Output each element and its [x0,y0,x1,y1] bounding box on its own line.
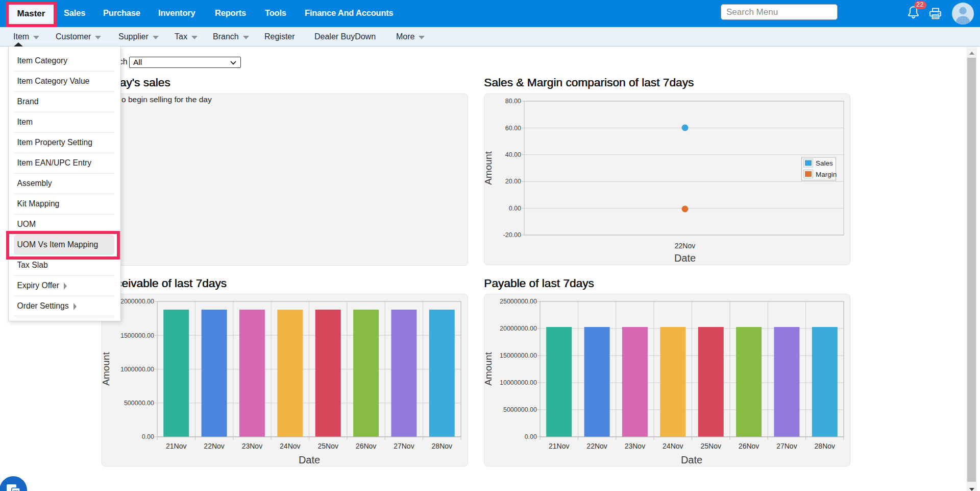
svg-text:26Nov: 26Nov [356,442,376,450]
svg-text:40.00: 40.00 [505,151,521,158]
svg-text:28Nov: 28Nov [815,442,835,450]
svg-text:0.00: 0.00 [525,433,537,440]
svg-text:25000000.00: 25000000.00 [500,298,537,305]
svg-text:Amount: Amount [484,352,494,386]
svg-text:Sales: Sales [816,159,833,167]
svg-text:20.00: 20.00 [505,178,521,185]
svg-text:-20.00: -20.00 [503,231,521,239]
svg-text:22Nov: 22Nov [675,242,695,250]
svg-text:20000000.00: 20000000.00 [500,325,537,332]
svg-text:26Nov: 26Nov [739,442,759,450]
svg-text:Amount: Amount [102,352,111,386]
svg-text:0.00: 0.00 [142,433,154,440]
svg-text:22Nov: 22Nov [204,442,224,450]
svg-text:27Nov: 27Nov [776,442,797,450]
svg-text:21Nov: 21Nov [549,442,569,450]
svg-text:5000000.00: 5000000.00 [503,406,537,413]
svg-text:23Nov: 23Nov [242,442,262,450]
svg-text:15000000.00: 15000000.00 [500,352,537,359]
svg-text:21Nov: 21Nov [166,442,186,450]
svg-text:28Nov: 28Nov [432,442,452,450]
svg-text:1000000.00: 1000000.00 [120,366,154,373]
svg-text:24Nov: 24Nov [280,442,300,450]
svg-text:22Nov: 22Nov [586,442,607,450]
svg-text:2000000.00: 2000000.00 [120,298,154,305]
svg-text:23Nov: 23Nov [625,442,645,450]
svg-text:Date: Date [674,252,696,264]
svg-text:Amount: Amount [484,151,494,185]
svg-text:25Nov: 25Nov [317,442,338,450]
svg-text:Date: Date [681,454,702,465]
svg-text:25Nov: 25Nov [700,442,721,450]
svg-text:Margin: Margin [816,171,837,178]
svg-text:10000000.00: 10000000.00 [500,379,537,386]
svg-text:60.00: 60.00 [505,125,521,132]
svg-text:500000.00: 500000.00 [124,400,154,407]
svg-text:24Nov: 24Nov [663,442,683,450]
svg-text:80.00: 80.00 [505,98,521,105]
svg-text:27Nov: 27Nov [394,442,414,450]
svg-text:Date: Date [299,454,320,465]
svg-text:1500000.00: 1500000.00 [120,332,154,339]
svg-text:0.00: 0.00 [509,205,521,212]
